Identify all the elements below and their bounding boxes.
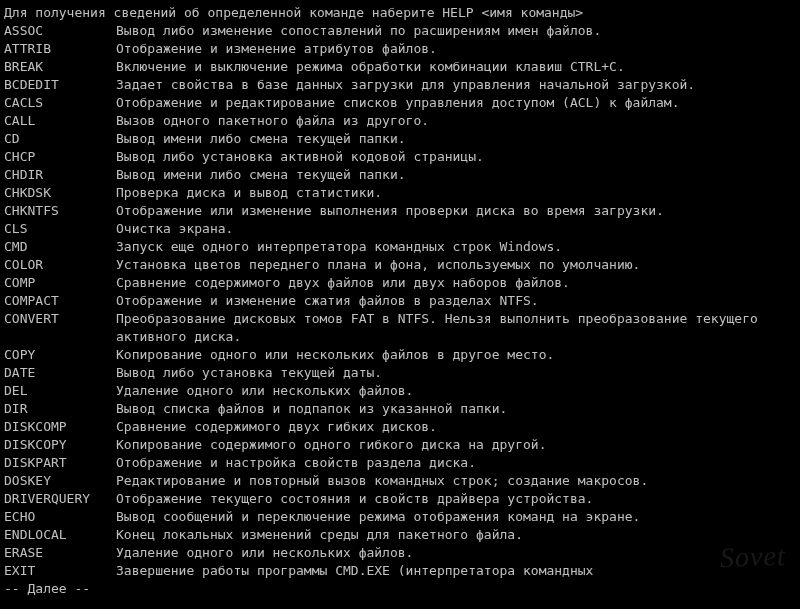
command-row: DIRВывод списка файлов и подпапок из ука… — [4, 400, 796, 418]
command-row: DISKPARTОтображение и настройка свойств … — [4, 454, 796, 472]
command-name: DISKPART — [4, 454, 116, 472]
command-description: Отображение и изменение атрибутов файлов… — [116, 40, 796, 58]
command-row: ENDLOCALКонец локальных изменений среды … — [4, 526, 796, 544]
command-description: Вывод либо установка текущей даты. — [116, 364, 796, 382]
command-row: EXITЗавершение работы программы CMD.EXE … — [4, 562, 796, 580]
help-intro-line: Для получения сведений об определенной к… — [4, 4, 796, 22]
command-description: Очистка экрана. — [116, 220, 796, 238]
command-row: CMDЗапуск еще одного интерпретатора кома… — [4, 238, 796, 256]
command-name: CALL — [4, 112, 116, 130]
command-row: ECHOВывод сообщений и переключение режим… — [4, 508, 796, 526]
command-description: Отображение или изменение выполнения про… — [116, 202, 796, 220]
command-description: Вывод списка файлов и подпапок из указан… — [116, 400, 796, 418]
command-row: DISKCOPYКопирование содержимого одного г… — [4, 436, 796, 454]
command-name: CACLS — [4, 94, 116, 112]
command-row: COPYКопирование одного или нескольких фа… — [4, 346, 796, 364]
command-description: Задает свойства в базе данных загрузки д… — [116, 76, 796, 94]
command-row: CACLSОтображение и редактирование списко… — [4, 94, 796, 112]
command-description: Отображение текущего состояния и свойств… — [116, 490, 796, 508]
command-name: CHKDSK — [4, 184, 116, 202]
command-name: DRIVERQUERY — [4, 490, 116, 508]
command-list: ASSOCВывод либо изменение сопоставлений … — [4, 22, 796, 580]
command-description: Сравнение содержимого двух файлов или дв… — [116, 274, 796, 292]
command-description: Удаление одного или нескольких файлов. — [116, 382, 796, 400]
command-name: ERASE — [4, 544, 116, 562]
command-row: BREAKВключение и выключение режима обраб… — [4, 58, 796, 76]
command-name: DISKCOMP — [4, 418, 116, 436]
command-description: Вывод имени либо смена текущей папки. — [116, 130, 796, 148]
command-row: CALLВызов одного пакетного файла из друг… — [4, 112, 796, 130]
command-description: Запуск еще одного интерпретатора командн… — [116, 238, 796, 256]
more-prompt[interactable]: -- Далее -- — [4, 580, 796, 598]
command-name: CMD — [4, 238, 116, 256]
command-name: DATE — [4, 364, 116, 382]
command-description: Вывод либо установка активной кодовой ст… — [116, 148, 796, 166]
command-name: EXIT — [4, 562, 116, 580]
command-name: ASSOC — [4, 22, 116, 40]
command-description: Проверка диска и вывод статистики. — [116, 184, 796, 202]
command-name: ATTRIB — [4, 40, 116, 58]
command-description: Вывод имени либо смена текущей папки. — [116, 166, 796, 184]
command-row: CLSОчистка экрана. — [4, 220, 796, 238]
command-name: DOSKEY — [4, 472, 116, 490]
command-row: COMPACTОтображение и изменение сжатия фа… — [4, 292, 796, 310]
command-name: DIR — [4, 400, 116, 418]
command-description: Завершение работы программы CMD.EXE (инт… — [116, 562, 796, 580]
command-name: COPY — [4, 346, 116, 364]
command-row: DELУдаление одного или нескольких файлов… — [4, 382, 796, 400]
command-description: Вывод либо изменение сопоставлений по ра… — [116, 22, 796, 40]
command-row: DATEВывод либо установка текущей даты. — [4, 364, 796, 382]
command-description: Конец локальных изменений среды для паке… — [116, 526, 796, 544]
command-name: DISKCOPY — [4, 436, 116, 454]
command-row: BCDEDITЗадает свойства в базе данных заг… — [4, 76, 796, 94]
command-name: BCDEDIT — [4, 76, 116, 94]
command-name: DEL — [4, 382, 116, 400]
command-description: Удаление одного или нескольких файлов. — [116, 544, 796, 562]
terminal-output[interactable]: Для получения сведений об определенной к… — [0, 0, 800, 609]
command-name: CHCP — [4, 148, 116, 166]
command-row: ATTRIBОтображение и изменение атрибутов … — [4, 40, 796, 58]
command-name: ECHO — [4, 508, 116, 526]
command-row: COLORУстановка цветов переднего плана и … — [4, 256, 796, 274]
command-name: CHDIR — [4, 166, 116, 184]
command-description: Вызов одного пакетного файла из другого. — [116, 112, 796, 130]
command-description: Отображение и редактирование списков упр… — [116, 94, 796, 112]
command-description: Отображение и изменение сжатия файлов в … — [116, 292, 796, 310]
command-description: Преобразование дисковых томов FAT в NTFS… — [116, 310, 796, 346]
command-description: Сравнение содержимого двух гибких дисков… — [116, 418, 796, 436]
command-name: ENDLOCAL — [4, 526, 116, 544]
command-row: CDВывод имени либо смена текущей папки. — [4, 130, 796, 148]
command-row: DOSKEYРедактирование и повторный вызов к… — [4, 472, 796, 490]
command-description: Установка цветов переднего плана и фона,… — [116, 256, 796, 274]
command-row: COMPСравнение содержимого двух файлов ил… — [4, 274, 796, 292]
command-description: Вывод сообщений и переключение режима от… — [116, 508, 796, 526]
command-name: COMP — [4, 274, 116, 292]
command-name: CONVERT — [4, 310, 116, 328]
command-row: CHDIRВывод имени либо смена текущей папк… — [4, 166, 796, 184]
command-row: CHKNTFSОтображение или изменение выполне… — [4, 202, 796, 220]
command-row: CONVERTПреобразование дисковых томов FAT… — [4, 310, 796, 346]
command-row: ASSOCВывод либо изменение сопоставлений … — [4, 22, 796, 40]
command-name: CD — [4, 130, 116, 148]
command-row: CHCPВывод либо установка активной кодово… — [4, 148, 796, 166]
command-row: ERASEУдаление одного или нескольких файл… — [4, 544, 796, 562]
command-description: Включение и выключение режима обработки … — [116, 58, 796, 76]
command-row: CHKDSKПроверка диска и вывод статистики. — [4, 184, 796, 202]
command-description: Копирование содержимого одного гибкого д… — [116, 436, 796, 454]
command-name: CLS — [4, 220, 116, 238]
command-description: Отображение и настройка свойств раздела … — [116, 454, 796, 472]
command-description: Редактирование и повторный вызов командн… — [116, 472, 796, 490]
command-name: CHKNTFS — [4, 202, 116, 220]
command-name: COLOR — [4, 256, 116, 274]
command-description: Копирование одного или нескольких файлов… — [116, 346, 796, 364]
command-name: BREAK — [4, 58, 116, 76]
command-name: COMPACT — [4, 292, 116, 310]
command-row: DISKCOMPСравнение содержимого двух гибки… — [4, 418, 796, 436]
command-row: DRIVERQUERYОтображение текущего состояни… — [4, 490, 796, 508]
